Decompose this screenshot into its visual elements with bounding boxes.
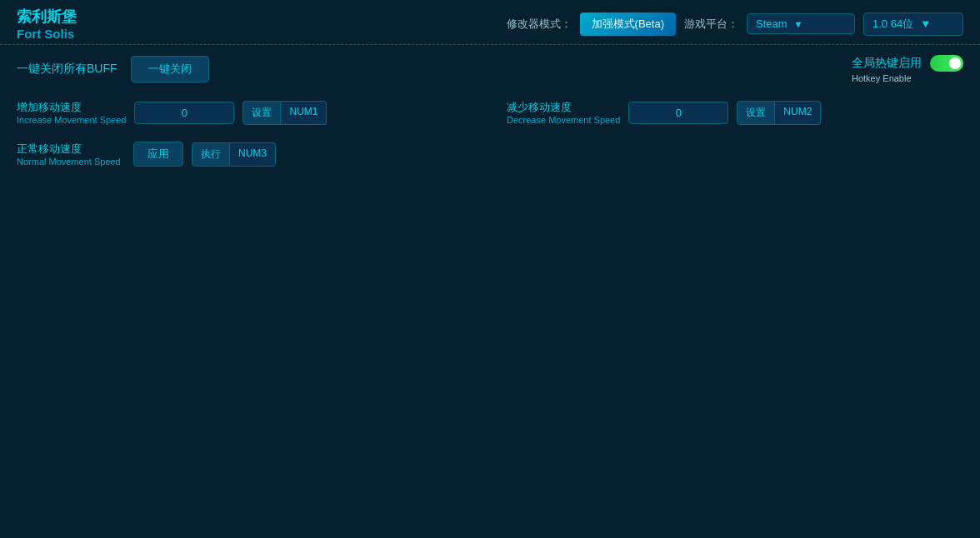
normal-speed-label: 正常移动速度 Normal Movement Speed — [17, 142, 125, 167]
version-value: 1.0 64位 — [872, 17, 913, 32]
normal-speed-apply-button[interactable]: 应用 — [133, 142, 183, 167]
empty-cell — [507, 142, 963, 167]
title-cn: 索利斯堡 — [17, 7, 77, 27]
normal-speed-exec-button[interactable]: 执行 — [192, 142, 230, 167]
header-divider — [0, 44, 980, 45]
normal-speed-row: 正常移动速度 Normal Movement Speed 应用 执行 NUM3 — [17, 142, 473, 167]
increase-speed-label: 增加移动速度 Increase Movement Speed — [17, 100, 126, 125]
decrease-speed-input[interactable] — [628, 102, 728, 124]
normal-speed-label-cn: 正常移动速度 — [17, 142, 125, 157]
header-controls: 修改器模式： 加强模式(Beta) 游戏平台： Steam ▼ 1.0 64位 … — [507, 12, 963, 36]
top-row: 一键关闭所有BUFF 一键关闭 全局热键启用 Hotkey Enable — [17, 55, 963, 83]
version-chevron-icon: ▼ — [920, 17, 931, 30]
decrease-speed-label-en: Decrease Movement Speed — [507, 115, 620, 125]
close-all-button[interactable]: 一键关闭 — [131, 56, 209, 82]
mode-label: 修改器模式： — [507, 17, 572, 32]
increase-speed-label-cn: 增加移动速度 — [17, 100, 126, 115]
increase-speed-set-group: 设置 NUM1 — [242, 101, 327, 125]
platform-value: Steam — [756, 17, 788, 30]
decrease-speed-label-cn: 减少移动速度 — [507, 100, 620, 115]
buff-label: 一键关闭所有BUFF — [17, 62, 118, 77]
normal-speed-label-en: Normal Movement Speed — [17, 157, 125, 167]
mode-button[interactable]: 加强模式(Beta) — [580, 12, 676, 36]
increase-speed-row: 增加移动速度 Increase Movement Speed 设置 NUM1 — [17, 100, 473, 125]
normal-speed-key-badge: NUM3 — [230, 142, 276, 167]
decrease-speed-set-group: 设置 NUM2 — [737, 101, 821, 125]
decrease-speed-label: 减少移动速度 Decrease Movement Speed — [507, 100, 620, 125]
title-block: 索利斯堡 Fort Solis — [17, 7, 77, 41]
hotkey-top: 全局热键启用 — [852, 55, 963, 72]
decrease-speed-set-button[interactable]: 设置 — [737, 101, 775, 125]
platform-label: 游戏平台： — [684, 17, 738, 32]
buff-control: 一键关闭所有BUFF 一键关闭 — [17, 56, 209, 82]
hotkey-toggle[interactable] — [930, 55, 963, 72]
decrease-speed-row: 减少移动速度 Decrease Movement Speed 设置 NUM2 — [507, 100, 963, 125]
normal-speed-exec-group: 执行 NUM3 — [192, 142, 276, 167]
platform-chevron-icon: ▼ — [794, 19, 803, 29]
settings-grid: 增加移动速度 Increase Movement Speed 设置 NUM1 减… — [17, 100, 963, 167]
decrease-speed-key-badge: NUM2 — [775, 101, 821, 125]
hotkey-section: 全局热键启用 Hotkey Enable — [852, 55, 963, 83]
platform-select[interactable]: Steam ▼ — [747, 13, 855, 34]
main-content: 一键关闭所有BUFF 一键关闭 全局热键启用 Hotkey Enable 增加移… — [0, 55, 980, 167]
title-en: Fort Solis — [17, 27, 77, 41]
hotkey-label-en: Hotkey Enable — [852, 73, 912, 83]
app-header: 索利斯堡 Fort Solis 修改器模式： 加强模式(Beta) 游戏平台： … — [0, 0, 980, 44]
hotkey-label-cn: 全局热键启用 — [852, 56, 922, 71]
version-select[interactable]: 1.0 64位 ▼ — [863, 12, 963, 36]
increase-speed-key-badge: NUM1 — [281, 101, 327, 125]
increase-speed-label-en: Increase Movement Speed — [17, 115, 126, 125]
increase-speed-input[interactable] — [134, 102, 234, 124]
increase-speed-set-button[interactable]: 设置 — [242, 101, 281, 125]
